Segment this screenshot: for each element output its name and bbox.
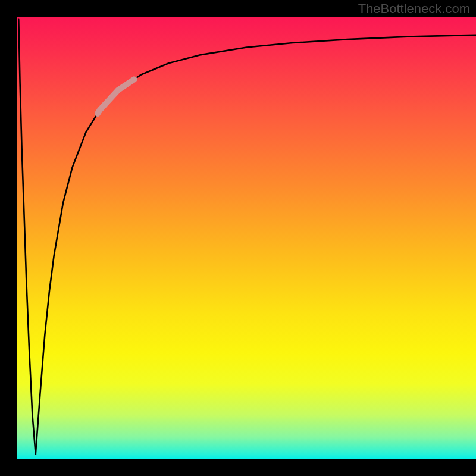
curve-highlight-segment (98, 79, 134, 114)
curve-rising (36, 35, 476, 455)
attribution-text: TheBottleneck.com (358, 1, 470, 17)
chart-curve-layer (17, 17, 476, 459)
curve-falling (18, 20, 36, 455)
